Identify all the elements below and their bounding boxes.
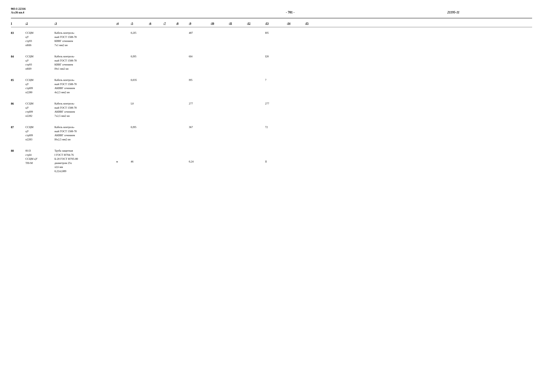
- col-header-1: I: [11, 22, 25, 25]
- row-83-col2: ССЦМ цУ стр93 пI6I6: [25, 31, 54, 47]
- row-86-unit: км: [67, 115, 70, 117]
- row-88-col5: 46: [131, 149, 149, 164]
- col-header-11: ;II: [229, 22, 247, 25]
- main-table: I :2 :3 :4 :5 :6 :7 :8 :9 ;I0 ;II ;I2 ;I…: [11, 22, 532, 173]
- row-87-col13: 72: [265, 125, 287, 129]
- row-85-col9: I95: [189, 78, 211, 82]
- header: 903-I-22316 Ал.I6 кн.4 - 701 - 21195-11: [11, 7, 532, 14]
- col-header-12: ;I2: [247, 22, 265, 25]
- col-header-15: ;I5: [305, 22, 323, 25]
- header-divider: [11, 18, 532, 18]
- row-84-col13: I20: [265, 54, 287, 59]
- col-header-14: ;I4: [287, 22, 305, 25]
- row-87-col5: 0,I95: [131, 125, 149, 129]
- col-header-4: :4: [116, 22, 131, 25]
- row-85-col13: 7: [265, 78, 287, 82]
- row-84-col9: 6I4: [189, 54, 211, 59]
- row-83-col3: Кабель контроль- ный ГОСТ 1508-78 КВВГ с…: [54, 31, 116, 47]
- col-header-5: :5: [131, 22, 149, 25]
- row-83-col5: 0,2I5: [131, 31, 149, 35]
- header-center: - 701 -: [286, 11, 295, 14]
- row-83-num: 83: [11, 31, 25, 35]
- row-87-col3: Кабель контроль- ный ГОСТ 1508-78 АКВВГ …: [54, 125, 116, 141]
- table-row: 83 ССЦМ цУ стр93 пI6I6 Кабель контроль- …: [11, 31, 532, 47]
- table-row: 87 ССЦМ цУ стрI09 п2283 Кабель контроль-…: [11, 125, 532, 141]
- row-86-col9: 277: [189, 102, 211, 106]
- column-header-row: I :2 :3 :4 :5 :6 :7 :8 :9 ;I0 ;II ;I2 ;I…: [11, 22, 532, 27]
- row-83-col9: 487: [189, 31, 211, 35]
- col-header-2: :2: [25, 22, 54, 25]
- row-88-col9: 0,24: [189, 149, 211, 164]
- row-88-col2: 0I-I3 стрI4 ССЦМ цУ ТI0-М: [25, 149, 54, 165]
- header-line2: Ал.I6 кн.4 - 701 - 21195-11: [11, 11, 532, 14]
- row-85-col2: ССЦМ цУ стрI09 п2280: [25, 78, 54, 94]
- table-row: 85 ССЦМ цУ стрI09 п2280 Кабель контроль-…: [11, 78, 532, 94]
- row-84-col5: 0,I95: [131, 54, 149, 59]
- col-header-9: :9: [189, 22, 211, 25]
- row-85-col3: Кабель контроль- ный ГОСТ 1508-78 АКВВГ …: [54, 78, 116, 94]
- col-header-6: :6: [149, 22, 163, 25]
- table-row: 86 ССЦМ цУ стрI09 п2282 Кабель контроль-…: [11, 102, 532, 118]
- row-87-col2: ССЦМ цУ стрI09 п2283: [25, 125, 54, 141]
- row-87-num: 87: [11, 125, 25, 129]
- row-83-col13: I05: [265, 31, 287, 35]
- col-header-10: ;I0: [211, 22, 229, 25]
- col-header-7: :7: [163, 22, 176, 25]
- row-86-col5: I,0: [131, 102, 149, 106]
- table-row: 84 ССЦМ цУ стр93 пI6I9 Кабель контроль- …: [11, 54, 532, 71]
- row-84-unit: км: [66, 67, 68, 70]
- row-88-col13: II: [265, 149, 287, 164]
- row-86-col3: Кабель контроль- ный ГОСТ 1508-78 АКВВГ …: [54, 102, 116, 118]
- row-88-col4: м: [116, 149, 131, 164]
- row-85-unit: км: [67, 91, 70, 94]
- col-header-13: ;I3: [265, 22, 287, 25]
- table-row: 88 0I-I3 стрI4 ССЦМ цУ ТI0-М Труба защит…: [11, 149, 532, 173]
- row-88-col3: Труба защитная I ГОСТ I0704-76 Б-20 ГОСТ…: [54, 149, 116, 173]
- row-86-col13: 277: [265, 102, 287, 106]
- col-header-8: :8: [176, 22, 189, 25]
- row-84-num: 84: [11, 54, 25, 59]
- row-87-col9: 367: [189, 125, 211, 129]
- row-88-num: 88: [11, 149, 25, 153]
- row-84-col2: ССЦМ цУ стр93 пI6I9: [25, 54, 54, 71]
- row-85-num: 85: [11, 78, 25, 82]
- header-right: 21195-11: [447, 11, 459, 14]
- row-83-unit: км: [65, 44, 68, 47]
- row-86-num: 86: [11, 102, 25, 106]
- row-85-col5: 0,035: [131, 78, 149, 82]
- col-header-3: :3: [54, 22, 116, 25]
- row-84-col3: Кабель контроль- ный ГОСТ 1508-78 КВВГ с…: [54, 54, 116, 71]
- header-line1: 903-I-22316: [11, 7, 532, 11]
- row-86-col2: ССЦМ цУ стрI09 п2282: [25, 102, 54, 118]
- row-87-unit: км: [68, 138, 71, 141]
- header-left: Ал.I6 кн.4: [11, 11, 24, 14]
